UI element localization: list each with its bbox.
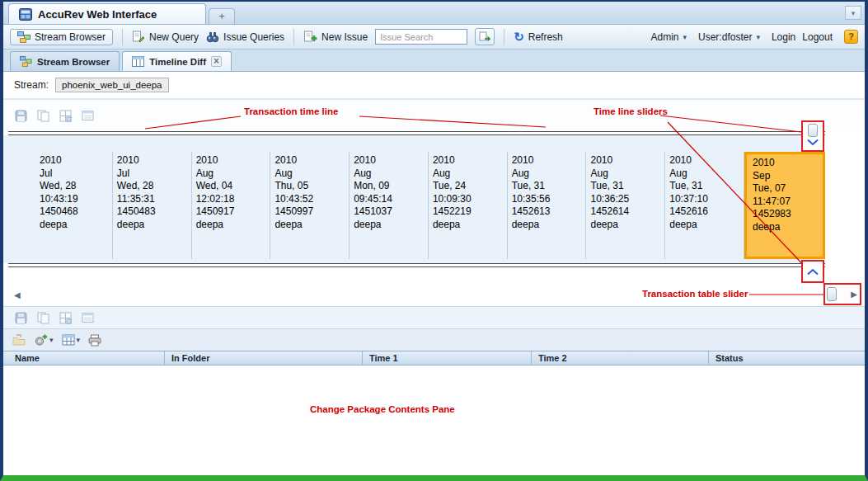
user-dropdown[interactable]: User:dfoster ▾ bbox=[698, 31, 760, 43]
login-link[interactable]: Login bbox=[772, 31, 795, 43]
txn-user: deepa bbox=[753, 221, 823, 234]
timeline-copy-button[interactable] bbox=[37, 110, 49, 122]
timeline-panel: 2010 Jul Wed, 28 10:43:19 1450468 deepa … bbox=[3, 98, 865, 283]
table-toolbar-row2: ▾ ▾ bbox=[3, 328, 865, 351]
table-settings-button[interactable] bbox=[82, 312, 94, 323]
browser-tab[interactable]: AccuRev Web Interface bbox=[8, 3, 206, 24]
txn-id: 1452613 bbox=[512, 205, 586, 219]
txn-year: 2010 bbox=[354, 154, 428, 167]
new-tab-button[interactable]: + bbox=[209, 8, 235, 24]
add-to-change-package-button[interactable]: ▾ bbox=[34, 334, 54, 347]
table-save-button[interactable] bbox=[15, 312, 27, 324]
app-title: AccuRev Web Interface bbox=[38, 8, 157, 21]
print-button[interactable] bbox=[88, 334, 101, 347]
timeline-top-slider bbox=[801, 120, 824, 152]
txn-user: deepa bbox=[512, 219, 586, 232]
txn-user: deepa bbox=[433, 219, 507, 232]
transaction-column[interactable]: 2010 Sep Tue, 07 11:47:07 1452983 deepa bbox=[744, 152, 825, 259]
txn-time: 10:36:25 bbox=[590, 193, 664, 206]
tab-timeline-diff[interactable]: Timeline Diff × bbox=[122, 51, 232, 71]
txn-month: Jul bbox=[40, 167, 112, 181]
txn-time: 09:45:14 bbox=[354, 193, 428, 206]
timeline-settings-button[interactable] bbox=[82, 110, 94, 121]
stream-browser-button[interactable]: Stream Browser bbox=[10, 29, 113, 45]
new-issue-button[interactable]: New Issue bbox=[303, 31, 368, 43]
issue-queries-button[interactable]: Issue Queries bbox=[206, 31, 284, 43]
new-query-button[interactable]: New Query bbox=[132, 31, 199, 43]
timeline-save-button[interactable] bbox=[15, 110, 27, 122]
column-header-status[interactable]: Status bbox=[709, 351, 865, 365]
txn-year: 2010 bbox=[433, 154, 507, 167]
column-header-time1[interactable]: Time 1 bbox=[363, 351, 532, 365]
scroll-left-button[interactable]: ◀ bbox=[11, 290, 24, 299]
close-icon[interactable]: × bbox=[211, 56, 222, 67]
txn-user: deepa bbox=[117, 219, 191, 232]
column-header-time2[interactable]: Time 2 bbox=[532, 351, 709, 365]
admin-dropdown[interactable]: Admin ▾ bbox=[650, 31, 687, 43]
transaction-column[interactable]: 2010 Aug Thu, 05 10:43:52 1450997 deepa bbox=[270, 152, 350, 259]
new-issue-label: New Issue bbox=[321, 31, 368, 43]
transaction-column[interactable]: 2010 Jul Wed, 28 11:35:31 1450483 deepa bbox=[113, 152, 192, 259]
txn-id: 1451037 bbox=[354, 205, 428, 219]
transaction-column[interactable]: 2010 Aug Tue, 31 10:35:56 1452613 deepa bbox=[508, 152, 587, 259]
stream-browser-icon bbox=[17, 31, 30, 43]
stream-value-field[interactable]: phoenix_web_ui_deepa bbox=[55, 78, 169, 92]
timeline-expand-button[interactable] bbox=[59, 110, 72, 122]
help-button[interactable]: ? bbox=[844, 30, 858, 44]
txn-id: 1452983 bbox=[753, 208, 823, 221]
transaction-column[interactable]: 2010 Aug Tue, 31 10:37:10 1452616 deepa bbox=[665, 152, 744, 259]
send-to-issue-button[interactable] bbox=[12, 334, 26, 346]
transaction-column[interactable]: 2010 Jul Wed, 28 10:43:19 1450468 deepa bbox=[10, 152, 113, 259]
txn-day: Tue, 24 bbox=[433, 180, 507, 193]
timeline-strip-top bbox=[3, 135, 825, 152]
timeline-top-slider-thumb[interactable] bbox=[808, 124, 818, 137]
main-toolbar: Stream Browser New Query Issue Queries bbox=[3, 25, 865, 50]
table-expand-button[interactable] bbox=[59, 312, 72, 324]
transaction-column[interactable]: 2010 Aug Tue, 31 10:36:25 1452614 deepa bbox=[586, 152, 665, 259]
column-header-name[interactable]: Name bbox=[3, 351, 165, 365]
tab-stream-browser[interactable]: Stream Browser bbox=[10, 51, 120, 71]
app-window: AccuRev Web Interface + ▾ Stream Browser… bbox=[0, 0, 868, 481]
chevron-down-icon[interactable] bbox=[806, 139, 819, 146]
view-options-button[interactable]: ▾ bbox=[62, 334, 81, 346]
timeline-bottom-slider bbox=[801, 260, 824, 283]
txn-id: 1452219 bbox=[433, 205, 507, 219]
table-copy-button[interactable] bbox=[37, 312, 49, 324]
window-menu-button[interactable]: ▾ bbox=[845, 6, 861, 20]
transaction-column[interactable]: 2010 Aug Wed, 04 12:02:18 1450917 deepa bbox=[192, 152, 271, 259]
issue-search-go-icon bbox=[479, 31, 490, 42]
tab-stream-browser-label: Stream Browser bbox=[37, 57, 110, 67]
txn-user: deepa bbox=[590, 219, 664, 232]
titlebar: AccuRev Web Interface + ▾ bbox=[3, 2, 865, 25]
issue-queries-icon bbox=[206, 31, 219, 43]
txn-day: Mon, 09 bbox=[354, 180, 428, 193]
chevron-up-icon[interactable] bbox=[806, 268, 819, 276]
logout-link[interactable]: Logout bbox=[802, 31, 833, 43]
tab-bar: Stream Browser Timeline Diff × bbox=[3, 50, 865, 72]
new-issue-icon bbox=[303, 31, 317, 43]
txn-day: Wed, 28 bbox=[40, 180, 112, 193]
stream-browser-tab-icon bbox=[20, 56, 32, 67]
column-header-in-folder[interactable]: In Folder bbox=[165, 351, 363, 365]
txn-time: 10:35:56 bbox=[512, 193, 586, 206]
change-package-contents-pane bbox=[3, 365, 865, 474]
caret-down-icon: ▾ bbox=[77, 336, 81, 344]
issue-search-go-button[interactable] bbox=[475, 28, 495, 45]
transaction-column[interactable]: 2010 Aug Mon, 09 09:45:14 1451037 deepa bbox=[350, 152, 429, 259]
txn-user: deepa bbox=[196, 219, 270, 232]
txn-day: Wed, 04 bbox=[196, 180, 270, 193]
form-icon bbox=[82, 312, 94, 323]
txn-month: Aug bbox=[433, 167, 507, 181]
refresh-button[interactable]: ↻ Refresh bbox=[514, 31, 563, 43]
gear-plus-icon bbox=[34, 334, 48, 347]
stream-label: Stream: bbox=[14, 79, 49, 91]
grid-icon bbox=[59, 110, 72, 122]
txn-user: deepa bbox=[354, 219, 428, 232]
txn-month: Aug bbox=[512, 167, 586, 181]
scroll-right-button[interactable]: ▶ bbox=[850, 290, 858, 299]
transaction-column[interactable]: 2010 Aug Tue, 24 10:09:30 1452219 deepa bbox=[429, 152, 508, 259]
txn-day: Thu, 05 bbox=[274, 180, 349, 193]
issue-search-input[interactable] bbox=[375, 29, 467, 45]
txn-user: deepa bbox=[40, 219, 112, 232]
table-slider-thumb[interactable] bbox=[827, 287, 837, 301]
